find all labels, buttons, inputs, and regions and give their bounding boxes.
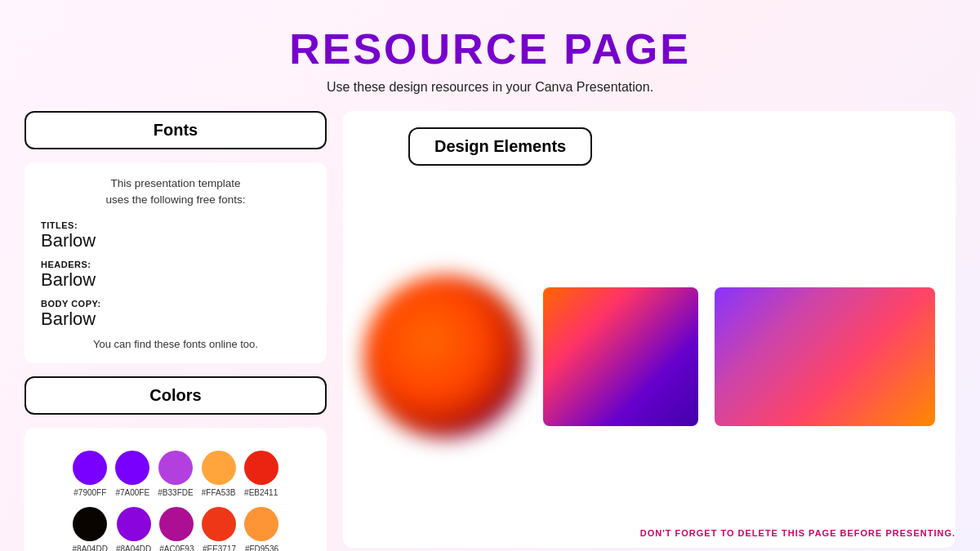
font-body-name: Barlow <box>41 309 310 330</box>
color-code: #FFA53B <box>202 488 236 497</box>
color-item: #FD9536 <box>244 507 278 552</box>
font-item-body: BODY COPY: Barlow <box>41 299 310 330</box>
color-code: #AC0F93 <box>159 544 194 552</box>
gradient-card-1 <box>543 287 698 426</box>
font-headers-label: HEADERS: <box>41 260 310 269</box>
color-code: #7900FF <box>74 488 106 497</box>
color-swatch <box>244 507 278 541</box>
color-swatch <box>159 507 194 541</box>
color-swatch <box>202 451 236 485</box>
color-item: #8A04DD <box>116 507 151 552</box>
color-code: #EE3717 <box>203 544 236 552</box>
color-code: #8A04DD <box>73 544 108 552</box>
color-row-2: #8A04DD #8A04DD #AC0F93 #EE3717 #FD9536 <box>41 507 310 552</box>
color-swatch <box>158 451 193 485</box>
gradient-card-2 <box>715 287 935 426</box>
color-swatch <box>202 507 236 541</box>
font-titles-label: TITLES: <box>41 220 310 230</box>
font-titles-name: Barlow <box>41 230 310 251</box>
color-item: #EE3717 <box>202 507 236 552</box>
right-panel: Design Elements <box>343 111 956 548</box>
colors-section: #7900FF #7A00FE #B33FDE #FFA53B #EB2411 <box>24 428 327 552</box>
left-panel: Fonts This presentation templateuses the… <box>24 111 327 548</box>
color-item: #7A00FE <box>115 451 149 497</box>
color-code: #8A04DD <box>116 544 151 552</box>
color-item: #B33FDE <box>158 451 193 497</box>
color-swatch <box>244 451 278 485</box>
color-item: #7900FF <box>73 451 107 497</box>
page-title: RESOURCE PAGE <box>0 0 980 73</box>
page-subtitle: Use these design resources in your Canva… <box>0 80 980 95</box>
fonts-description: This presentation templateuses the follo… <box>41 176 310 209</box>
color-swatch <box>115 451 149 485</box>
font-item-titles: TITLES: Barlow <box>41 220 310 251</box>
color-code: #B33FDE <box>158 488 193 497</box>
design-elements-content <box>359 182 939 531</box>
color-item: #AC0F93 <box>159 507 194 552</box>
footer-note: DON'T FORGET TO DELETE THIS PAGE BEFORE … <box>640 528 956 538</box>
fonts-header: Fonts <box>24 111 327 149</box>
blob-graphic <box>363 275 527 438</box>
color-item: #8A04DD <box>73 507 108 552</box>
fonts-note: You can find these fonts online too. <box>41 338 310 350</box>
color-swatch <box>117 507 151 541</box>
font-body-label: BODY COPY: <box>41 299 310 309</box>
design-elements-label: Design Elements <box>408 127 592 166</box>
color-swatch <box>73 451 107 485</box>
colors-header: Colors <box>24 376 327 415</box>
font-item-headers: HEADERS: Barlow <box>41 260 310 291</box>
main-content: Fonts This presentation templateuses the… <box>0 111 980 548</box>
fonts-section: This presentation templateuses the follo… <box>24 162 327 363</box>
color-code: #7A00FE <box>115 488 149 497</box>
color-code: #FD9536 <box>245 544 278 552</box>
color-code: #EB2411 <box>244 488 278 497</box>
color-swatch <box>73 507 107 541</box>
color-item: #FFA53B <box>202 451 236 497</box>
color-item: #EB2411 <box>244 451 278 497</box>
color-row-1: #7900FF #7A00FE #B33FDE #FFA53B #EB2411 <box>41 451 310 497</box>
font-headers-name: Barlow <box>41 269 310 291</box>
